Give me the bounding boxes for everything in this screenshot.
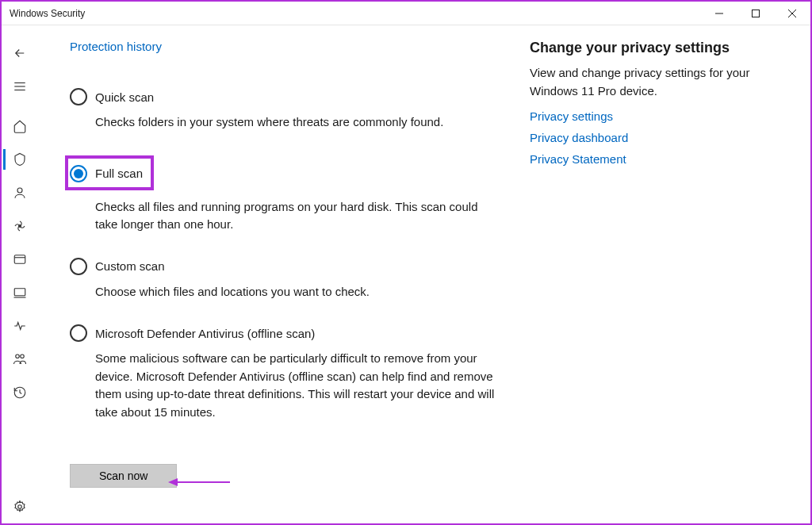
svg-point-15 xyxy=(18,505,22,509)
radio-quick-scan[interactable] xyxy=(70,88,87,105)
window-title: Windows Security xyxy=(10,8,85,19)
radio-label: Microsoft Defender Antivirus (offline sc… xyxy=(95,327,315,340)
scan-option-full: Full scan Checks all files and running p… xyxy=(70,155,498,234)
scan-option-quick: Quick scan Checks folders in your system… xyxy=(70,88,498,132)
maximize-button[interactable] xyxy=(737,2,774,25)
svg-point-7 xyxy=(17,188,22,193)
svg-point-13 xyxy=(16,354,20,358)
radio-custom-scan[interactable] xyxy=(70,258,87,275)
window-controls xyxy=(701,2,810,25)
radio-description: Some malicious software can be particula… xyxy=(95,350,498,421)
home-icon[interactable] xyxy=(3,109,36,143)
protection-history-link[interactable]: Protection history xyxy=(70,40,162,53)
minimize-button[interactable] xyxy=(701,2,737,25)
radio-description: Checks folders in your system where thre… xyxy=(95,113,498,132)
privacy-heading: Change your privacy settings xyxy=(530,40,752,56)
menu-button[interactable] xyxy=(3,70,36,103)
titlebar: Windows Security xyxy=(2,2,810,25)
family-options-icon[interactable] xyxy=(3,343,36,376)
settings-icon[interactable] xyxy=(3,490,36,523)
right-panel: Change your privacy settings View and ch… xyxy=(522,27,776,523)
content-area: Protection history Quick scan Checks fol… xyxy=(38,27,810,523)
privacy-statement-link[interactable]: Privacy Statement xyxy=(530,152,752,166)
sidebar xyxy=(2,27,38,523)
radio-label: Full scan xyxy=(95,167,143,180)
firewall-icon[interactable] xyxy=(3,209,36,243)
radio-description: Choose which files and locations you wan… xyxy=(95,283,498,301)
radio-description: Checks all files and running programs on… xyxy=(95,198,498,234)
close-button[interactable] xyxy=(774,2,810,25)
privacy-settings-link[interactable]: Privacy settings xyxy=(530,109,752,123)
svg-rect-9 xyxy=(14,255,25,264)
back-button[interactable] xyxy=(3,36,36,70)
radio-label: Quick scan xyxy=(95,90,154,104)
app-browser-icon[interactable] xyxy=(3,243,36,276)
privacy-description: View and change privacy settings for you… xyxy=(530,64,752,100)
highlight-annotation: Full scan xyxy=(65,155,154,190)
privacy-dashboard-link[interactable]: Privacy dashboard xyxy=(530,131,752,144)
radio-full-scan[interactable] xyxy=(70,165,87,182)
scan-option-custom: Custom scan Choose which files and locat… xyxy=(70,258,498,301)
radio-offline-scan[interactable] xyxy=(70,324,87,342)
svg-rect-1 xyxy=(753,10,760,17)
main-panel: Protection history Quick scan Checks fol… xyxy=(38,27,522,523)
radio-label: Custom scan xyxy=(95,259,165,273)
protection-history-icon[interactable] xyxy=(3,376,36,409)
scan-now-button[interactable]: Scan now xyxy=(70,464,177,488)
device-security-icon[interactable] xyxy=(3,276,36,309)
scan-option-offline: Microsoft Defender Antivirus (offline sc… xyxy=(70,324,498,421)
svg-point-14 xyxy=(21,354,25,358)
device-performance-icon[interactable] xyxy=(3,309,36,343)
virus-protection-icon[interactable] xyxy=(3,143,36,176)
account-protection-icon[interactable] xyxy=(3,176,36,209)
svg-rect-11 xyxy=(14,289,25,296)
